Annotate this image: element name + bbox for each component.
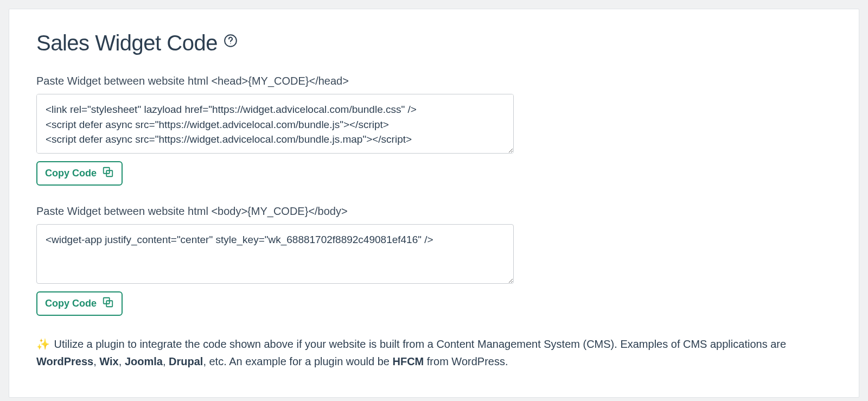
- copy-head-code-button[interactable]: Copy Code: [36, 161, 123, 186]
- help-icon[interactable]: [223, 33, 238, 48]
- copy-button-label: Copy Code: [45, 298, 97, 309]
- widget-code-card: Sales Widget Code Paste Widget between w…: [9, 9, 859, 398]
- footnote-bold-wordpress: WordPress: [36, 355, 93, 367]
- head-code-section: Paste Widget between website html <head>…: [36, 75, 832, 186]
- copy-button-label: Copy Code: [45, 168, 97, 179]
- head-code-textarea[interactable]: [36, 94, 514, 154]
- footnote-text: Utilize a plugin to integrate the code s…: [51, 338, 786, 350]
- copy-icon: [102, 296, 114, 311]
- svg-point-1: [230, 43, 231, 43]
- page-title: Sales Widget Code: [36, 31, 218, 55]
- body-code-textarea[interactable]: [36, 224, 514, 284]
- footnote-text: from WordPress.: [424, 355, 508, 367]
- title-row: Sales Widget Code: [36, 31, 832, 55]
- body-code-section: Paste Widget between website html <body>…: [36, 205, 832, 316]
- head-code-label: Paste Widget between website html <head>…: [36, 75, 832, 87]
- footnote-text: , etc. An example for a plugin would be: [203, 355, 392, 367]
- sparkle-icon: ✨: [36, 338, 50, 350]
- footnote-bold-joomla: Joomla: [125, 355, 163, 367]
- footnote: ✨ Utilize a plugin to integrate the code…: [36, 335, 807, 370]
- copy-icon: [102, 166, 114, 181]
- footnote-bold-wix: Wix: [99, 355, 118, 367]
- body-code-label: Paste Widget between website html <body>…: [36, 205, 832, 218]
- footnote-bold-hfcm: HFCM: [392, 355, 424, 367]
- footnote-bold-drupal: Drupal: [169, 355, 203, 367]
- copy-body-code-button[interactable]: Copy Code: [36, 291, 123, 316]
